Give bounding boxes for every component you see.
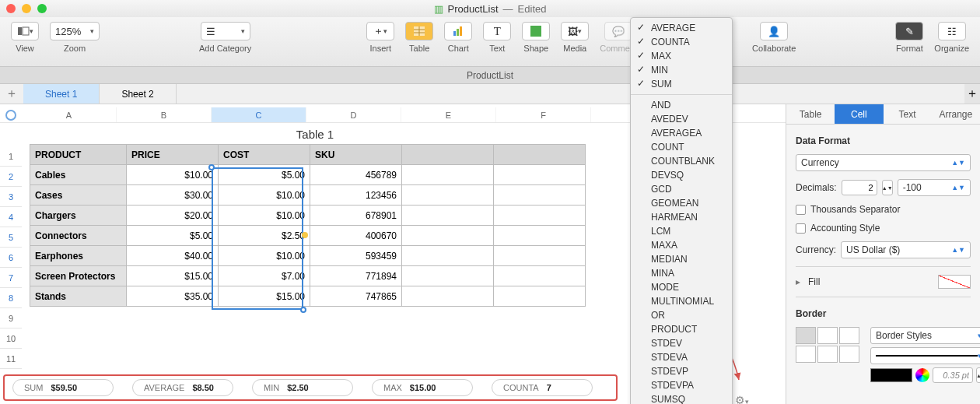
border-preset-inside[interactable] — [817, 327, 838, 344]
add-sheet-button[interactable]: ＋ — [0, 84, 23, 104]
organize-button[interactable]: ☷ — [938, 22, 966, 40]
border-preset-middle[interactable] — [817, 346, 838, 363]
currency-select[interactable]: US Dollar ($)▲▼ — [841, 241, 971, 258]
function-item-multinomial[interactable]: MULTINOMIAL — [631, 294, 732, 308]
select-all-handle[interactable] — [0, 107, 22, 122]
function-item-min[interactable]: ✓MIN — [631, 63, 732, 77]
inspector-tab-arrange[interactable]: Arrange — [932, 104, 980, 124]
function-item-product[interactable]: PRODUCT — [631, 322, 732, 336]
minimize-window-button[interactable] — [22, 4, 31, 13]
function-item-geomean[interactable]: GEOMEAN — [631, 196, 732, 210]
thousands-checkbox[interactable] — [796, 205, 806, 215]
sheet-tab-2[interactable]: Sheet 2 — [100, 84, 176, 104]
row-header-10[interactable]: 10 — [0, 328, 22, 349]
add-sheet-button-right[interactable]: ＋ — [964, 84, 980, 104]
function-item-max[interactable]: ✓MAX — [631, 49, 732, 63]
border-preset-outline[interactable] — [796, 327, 816, 344]
decimals-stepper[interactable]: ▲▼ — [882, 180, 893, 195]
shape-button[interactable] — [522, 22, 550, 40]
function-item-median[interactable]: MEDIAN — [631, 252, 732, 266]
function-item-countblank[interactable]: COUNTBLANK — [631, 154, 732, 168]
row-header-11[interactable]: 11 — [0, 349, 22, 369]
function-item-sumsq[interactable]: SUMSQ — [631, 392, 732, 404]
function-item-counta[interactable]: ✓COUNTA — [631, 35, 732, 49]
border-line-select[interactable]: ▾ — [870, 347, 980, 364]
function-item-lcm[interactable]: LCM — [631, 224, 732, 238]
accounting-checkbox[interactable] — [796, 223, 806, 234]
function-item-gcd[interactable]: GCD — [631, 182, 732, 196]
border-preset-all[interactable] — [839, 327, 859, 344]
function-item-count[interactable]: COUNT — [631, 140, 732, 154]
row-header-8[interactable]: 8 — [0, 288, 22, 308]
format-button[interactable]: ✎ — [895, 22, 923, 40]
row-header-7[interactable]: 7 — [0, 268, 22, 288]
selection-handle-tl[interactable] — [208, 164, 215, 170]
stat-average[interactable]: AVERAGE$8.50 — [132, 379, 233, 396]
function-item-mina[interactable]: MINA — [631, 266, 732, 280]
function-item-average[interactable]: ✓AVERAGE — [631, 21, 732, 35]
close-window-button[interactable] — [6, 4, 16, 13]
selection-handle-br[interactable] — [300, 307, 306, 313]
function-item-devsq[interactable]: DEVSQ — [631, 168, 732, 182]
function-item-mode[interactable]: MODE — [631, 280, 732, 294]
collaborate-button[interactable]: 👤 — [760, 22, 788, 40]
row-header-3[interactable]: 3 — [0, 187, 22, 207]
header-blank-2[interactable] — [494, 145, 586, 165]
function-item-maxa[interactable]: MAXA — [631, 238, 732, 252]
border-color-swatch[interactable] — [870, 368, 912, 382]
row-header-4[interactable]: 4 — [0, 207, 22, 227]
fill-swatch[interactable] — [938, 275, 971, 289]
function-item-avedev[interactable]: AVEDEV — [631, 112, 732, 126]
column-header-a[interactable]: A — [22, 107, 117, 122]
document-tab[interactable]: ProductList — [0, 67, 980, 84]
border-width-stepper[interactable]: ▲▼ — [976, 367, 980, 383]
media-button[interactable]: 🖼▾ — [561, 22, 589, 40]
column-header-b[interactable]: B — [117, 107, 212, 122]
column-header-c[interactable]: C — [212, 107, 306, 122]
inspector-tab-text[interactable]: Text — [884, 104, 932, 124]
function-item-stdev[interactable]: STDEV — [631, 336, 732, 350]
row-header-6[interactable]: 6 — [0, 248, 22, 268]
sheet-tab-1[interactable]: Sheet 1 — [23, 84, 100, 104]
fill-disclosure-icon[interactable]: ▸ — [796, 276, 800, 287]
header-price[interactable]: PRICE — [127, 145, 219, 165]
stat-sum[interactable]: SUM$59.50 — [12, 379, 114, 396]
comment-button[interactable]: 💬 — [604, 22, 632, 40]
function-item-sum[interactable]: ✓SUM — [631, 77, 732, 91]
border-color-picker[interactable] — [915, 368, 929, 382]
inspector-tab-table[interactable]: Table — [786, 104, 835, 124]
stat-counta[interactable]: COUNTA7 — [492, 379, 593, 396]
header-sku[interactable]: SKU — [310, 145, 402, 165]
text-button[interactable]: T — [483, 22, 511, 40]
function-item-harmean[interactable]: HARMEAN — [631, 210, 732, 224]
table-title[interactable]: Table 1 — [30, 123, 600, 144]
data-format-select[interactable]: Currency▲▼ — [796, 154, 971, 171]
chart-button[interactable] — [444, 22, 472, 40]
border-width-input[interactable] — [933, 367, 973, 383]
row-header-5[interactable]: 5 — [0, 227, 22, 248]
function-item-stdevpa[interactable]: STDEVPA — [631, 378, 732, 392]
header-blank-1[interactable] — [402, 145, 494, 165]
insert-button[interactable]: ＋▾ — [366, 22, 394, 40]
row-header-1[interactable]: 1 — [0, 146, 22, 167]
function-item-and[interactable]: AND — [631, 98, 732, 112]
row-header-2[interactable]: 2 — [0, 167, 22, 187]
zoom-select[interactable]: 125%▾ — [50, 22, 100, 40]
add-category-button[interactable]: ☰▾ — [201, 22, 250, 40]
inspector-tab-cell[interactable]: Cell — [835, 104, 883, 124]
view-menu-button[interactable]: ▾ — [11, 22, 39, 40]
stats-settings-gear-icon[interactable]: ⚙︎▾ — [735, 394, 749, 404]
column-header-e[interactable]: E — [401, 107, 496, 122]
selection-action-dot[interactable] — [302, 232, 308, 238]
column-header-f[interactable]: F — [496, 107, 591, 122]
header-cost[interactable]: COST — [219, 145, 310, 165]
function-item-or[interactable]: OR — [631, 308, 732, 322]
stat-min[interactable]: MIN$2.50 — [252, 379, 353, 396]
border-preset-right[interactable] — [839, 346, 859, 363]
zoom-window-button[interactable] — [37, 4, 47, 13]
negative-format-select[interactable]: -100▲▼ — [898, 179, 971, 196]
border-preset-left[interactable] — [796, 346, 816, 363]
function-item-averagea[interactable]: AVERAGEA — [631, 126, 732, 140]
column-header-d[interactable]: D — [306, 107, 401, 122]
stat-max[interactable]: MAX$15.00 — [372, 379, 473, 396]
